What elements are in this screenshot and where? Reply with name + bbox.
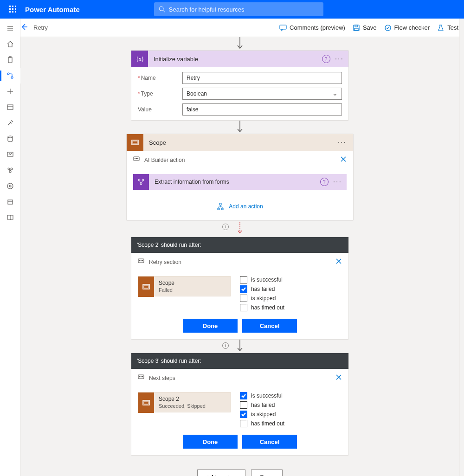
svg-point-33 <box>9 171 11 173</box>
back-button[interactable] <box>20 23 28 32</box>
info-icon[interactable]: i <box>222 342 229 349</box>
svg-rect-12 <box>280 25 286 29</box>
svg-point-23 <box>7 73 9 75</box>
connector-arrow: i <box>235 340 245 353</box>
value-input[interactable]: false <box>182 103 342 116</box>
card-menu[interactable]: ··· <box>336 138 348 147</box>
svg-point-9 <box>159 6 163 11</box>
nav-process[interactable] <box>0 178 20 194</box>
svg-rect-41 <box>133 141 137 144</box>
nav-create[interactable] <box>0 84 20 99</box>
svg-rect-36 <box>8 200 13 204</box>
app-launcher-icon[interactable] <box>4 0 22 19</box>
svg-point-49 <box>142 179 144 181</box>
breadcrumb: Retry <box>33 24 48 31</box>
svg-point-72 <box>141 376 141 377</box>
svg-point-63 <box>141 260 141 261</box>
svg-point-64 <box>142 260 142 261</box>
search-box[interactable] <box>154 2 323 16</box>
scope-icon <box>138 277 154 297</box>
checkbox-skipped[interactable] <box>240 411 247 418</box>
svg-rect-0 <box>9 6 11 7</box>
cancel-button[interactable]: Cancel <box>242 319 297 333</box>
add-step-icon <box>217 203 224 210</box>
comments-button[interactable]: Comments (preview) <box>279 24 345 32</box>
svg-rect-14 <box>355 25 358 27</box>
nav-templates[interactable] <box>0 99 20 115</box>
cancel-button[interactable]: Cancel <box>242 435 297 449</box>
flow-canvas[interactable]: {x} Initialize variable ? ··· *Name Retr… <box>20 37 459 476</box>
inner-action-extract-forms[interactable]: Extract information from forms ? ··· <box>133 174 347 190</box>
close-icon[interactable] <box>335 374 342 382</box>
predecessor-chip: Scope Failed <box>138 276 231 296</box>
svg-point-62 <box>139 260 140 261</box>
svg-rect-15 <box>354 28 358 31</box>
checkbox-failed[interactable] <box>240 285 247 293</box>
close-icon[interactable] <box>340 156 347 164</box>
done-button[interactable]: Done <box>183 435 238 449</box>
help-icon[interactable]: ? <box>322 55 330 63</box>
svg-rect-59 <box>221 208 223 210</box>
checkbox-successful[interactable] <box>240 276 247 283</box>
action-initialize-variable[interactable]: {x} Initialize variable ? ··· *Name Retr… <box>131 50 349 121</box>
nav-approvals[interactable] <box>0 52 20 68</box>
nav-data[interactable] <box>0 131 20 147</box>
card-menu[interactable]: ··· <box>335 55 344 63</box>
group-title: Next steps <box>149 375 335 381</box>
info-icon[interactable]: i <box>222 224 229 230</box>
svg-line-10 <box>163 10 165 12</box>
nav-home[interactable] <box>0 36 20 52</box>
nav-flows[interactable] <box>0 68 20 84</box>
card-title: Scope <box>149 139 336 146</box>
close-icon[interactable] <box>335 258 342 266</box>
svg-point-32 <box>11 168 13 170</box>
done-button[interactable]: Done <box>183 319 238 333</box>
runafter-scope2: 'Scope 2' should run after: Retry sectio… <box>131 237 349 340</box>
nav-hamburger[interactable] <box>0 20 20 36</box>
left-nav <box>0 19 20 476</box>
add-action-link[interactable]: Add an action <box>127 190 353 220</box>
save-button[interactable]: Save <box>353 24 377 32</box>
card-menu[interactable]: ··· <box>333 178 342 186</box>
checkbox-timedout[interactable] <box>240 304 247 311</box>
runafter-scope3: 'Scope 3' should run after: Next steps S… <box>131 353 349 456</box>
nav-monitor[interactable] <box>0 147 20 162</box>
svg-line-52 <box>142 181 142 183</box>
test-button[interactable]: Test <box>437 24 458 32</box>
connector-arrow <box>235 37 245 50</box>
svg-rect-1 <box>12 6 13 7</box>
svg-rect-27 <box>7 105 13 109</box>
save-icon <box>353 24 360 32</box>
nav-connectors[interactable] <box>0 115 20 131</box>
svg-line-51 <box>140 181 141 183</box>
svg-rect-6 <box>9 11 11 13</box>
ai-builder-icon <box>133 174 149 190</box>
action-scope[interactable]: Scope ··· AI Builder action Extract info… <box>126 134 354 221</box>
connector-arrow-conditional: i <box>235 221 245 237</box>
variable-icon: {x} <box>131 51 148 67</box>
checkbox-timedout[interactable] <box>240 420 247 427</box>
name-input[interactable]: Retry <box>182 72 342 84</box>
svg-point-71 <box>139 376 140 377</box>
scrollbar-track[interactable] <box>459 19 464 476</box>
svg-point-45 <box>137 158 138 159</box>
search-input[interactable] <box>169 6 319 13</box>
brand-title: Power Automate <box>25 6 80 13</box>
flow-checker-button[interactable]: Flow checker <box>384 24 430 32</box>
new-step-button[interactable]: + New step <box>197 470 245 476</box>
checkbox-skipped[interactable] <box>240 295 247 302</box>
help-icon[interactable]: ? <box>320 178 329 186</box>
group-icon <box>138 258 144 266</box>
svg-point-35 <box>9 185 11 187</box>
nav-learn[interactable] <box>0 210 20 225</box>
comment-icon <box>279 24 287 32</box>
checkbox-failed[interactable] <box>240 401 247 409</box>
group-icon <box>133 156 140 164</box>
save-flow-button[interactable]: Save <box>251 470 283 476</box>
card-title: Initialize variable <box>154 56 322 63</box>
checkbox-successful[interactable] <box>240 392 247 399</box>
type-select[interactable]: Boolean <box>182 88 342 100</box>
nav-solutions[interactable] <box>0 194 20 210</box>
nav-ai-builder[interactable] <box>0 162 20 178</box>
chip-name: Scope <box>159 280 174 286</box>
